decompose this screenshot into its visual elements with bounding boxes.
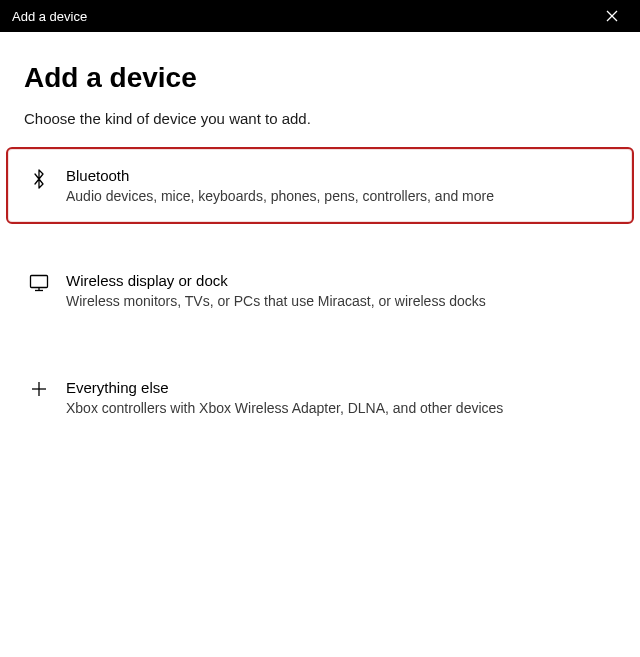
- svg-rect-2: [31, 276, 48, 288]
- dialog-content: Add a device Choose the kind of device y…: [0, 32, 640, 436]
- titlebar: Add a device: [0, 0, 640, 32]
- page-title: Add a device: [24, 62, 616, 94]
- option-title: Everything else: [66, 379, 614, 396]
- option-text: Wireless display or dock Wireless monito…: [66, 272, 614, 309]
- display-icon: [26, 274, 52, 292]
- option-description: Audio devices, mice, keyboards, phones, …: [66, 188, 614, 204]
- device-options: Bluetooth Audio devices, mice, keyboards…: [6, 147, 634, 436]
- option-text: Everything else Xbox controllers with Xb…: [66, 379, 614, 416]
- option-text: Bluetooth Audio devices, mice, keyboards…: [66, 167, 614, 204]
- option-description: Wireless monitors, TVs, or PCs that use …: [66, 293, 614, 309]
- close-icon: [606, 10, 618, 22]
- option-wireless-display[interactable]: Wireless display or dock Wireless monito…: [6, 252, 634, 329]
- page-subtitle: Choose the kind of device you want to ad…: [24, 110, 616, 127]
- option-bluetooth[interactable]: Bluetooth Audio devices, mice, keyboards…: [6, 147, 634, 224]
- titlebar-title: Add a device: [12, 9, 596, 24]
- option-title: Bluetooth: [66, 167, 614, 184]
- option-description: Xbox controllers with Xbox Wireless Adap…: [66, 400, 614, 416]
- option-title: Wireless display or dock: [66, 272, 614, 289]
- plus-icon: [26, 381, 52, 397]
- bluetooth-icon: [26, 169, 52, 189]
- close-button[interactable]: [596, 0, 628, 32]
- option-everything-else[interactable]: Everything else Xbox controllers with Xb…: [6, 359, 634, 436]
